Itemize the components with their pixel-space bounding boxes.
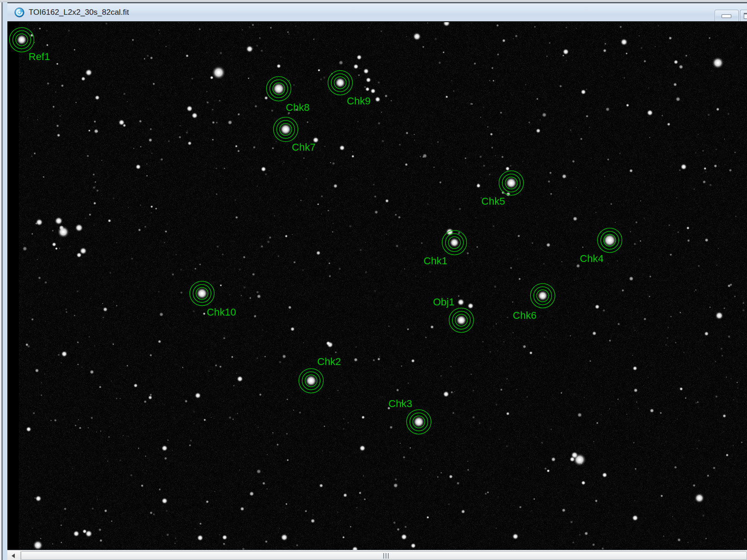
- aperture-ring: [277, 121, 295, 139]
- annotation-label: Chk10: [207, 306, 236, 318]
- scrollbar-grip-icon: [383, 553, 389, 559]
- annotation-label: Chk9: [347, 95, 370, 107]
- aperture-ring: [534, 287, 552, 305]
- annotation-label: Chk1: [423, 255, 447, 267]
- aperture-ring: [448, 237, 460, 249]
- aperture-ring: [16, 34, 28, 46]
- aperture-ring: [334, 77, 346, 89]
- aperture-ring: [305, 375, 317, 387]
- aperture-ring: [502, 174, 520, 192]
- aperture-ring: [273, 83, 285, 95]
- aperture-ring: [442, 231, 467, 255]
- aperture-ring: [13, 31, 31, 49]
- aperture-ring: [196, 287, 208, 299]
- aperture-ring: [302, 372, 320, 390]
- annotation-chk7[interactable]: Chk7: [274, 117, 316, 153]
- maximize-button[interactable]: [740, 10, 747, 23]
- aperture-ring: [505, 177, 517, 189]
- annotation-label: Obj1: [433, 296, 454, 308]
- aperture-ring: [270, 80, 288, 98]
- window-title: TOI6162_L2x2_30s_82cal.fit: [29, 3, 129, 21]
- aperture-ring: [280, 123, 292, 135]
- titlebar[interactable]: TOI6162_L2x2_30s_82cal.fit: [7, 3, 747, 21]
- scrollbar-thumb[interactable]: [21, 551, 747, 560]
- annotation-ref1[interactable]: Ref1: [10, 28, 50, 63]
- annotation-chk2[interactable]: Chk2: [299, 356, 341, 393]
- aperture-ring: [413, 416, 425, 428]
- annotation-label: Chk6: [513, 310, 536, 321]
- maxim-document-icon[interactable]: [14, 7, 24, 18]
- annotation-chk4[interactable]: Chk4: [580, 228, 622, 265]
- minimize-icon: [722, 14, 731, 18]
- annotation-label: Chk5: [481, 195, 505, 207]
- aperture-ring: [267, 77, 291, 101]
- aperture-ring: [274, 117, 298, 142]
- scroll-left-button[interactable]: [7, 551, 21, 560]
- annotation-chk5[interactable]: Chk5: [481, 171, 523, 207]
- annotation-label: Chk8: [286, 102, 309, 113]
- annotation-label: Chk3: [388, 398, 412, 409]
- aperture-ring: [601, 231, 619, 250]
- aperture-ring: [531, 284, 555, 308]
- annotation-label: Ref1: [29, 51, 50, 62]
- annotation-chk8[interactable]: Chk8: [267, 77, 310, 114]
- aperture-ring: [331, 74, 349, 92]
- annotation-chk9[interactable]: Chk9: [328, 71, 371, 107]
- image-viewport: Ref1Chk8Chk9Chk7Chk5Chk1Chk4Obj1Chk6Chk1…: [7, 21, 747, 551]
- aperture-ring: [446, 234, 464, 252]
- annotation-chk6[interactable]: Chk6: [513, 284, 555, 322]
- aperture-ring: [604, 234, 616, 246]
- annotation-chk10[interactable]: Chk10: [190, 281, 236, 318]
- aperture-ring: [407, 410, 431, 434]
- horizontal-scrollbar: [7, 550, 747, 560]
- minimize-button[interactable]: [715, 10, 739, 23]
- aperture-ring: [598, 228, 622, 253]
- aperture-ring: [453, 311, 471, 329]
- annotation-obj1[interactable]: Obj1: [433, 296, 474, 333]
- aperture-ring: [537, 290, 549, 302]
- annotation-chk3[interactable]: Chk3: [388, 398, 431, 434]
- maximize-icon: [744, 13, 747, 19]
- aperture-ring: [328, 71, 353, 95]
- aperture-ring: [299, 369, 324, 393]
- aperture-ring: [410, 413, 428, 431]
- annotation-label: Chk4: [580, 253, 603, 264]
- annotation-overlay: Ref1Chk8Chk9Chk7Chk5Chk1Chk4Obj1Chk6Chk1…: [7, 22, 747, 550]
- aperture-ring: [455, 314, 467, 326]
- left-arrow-icon: [12, 554, 15, 558]
- fits-image-window: TOI6162_L2x2_30s_82cal.fit Ref1Chk8Chk9C…: [0, 0, 747, 560]
- window-frame-left: [0, 2, 7, 560]
- aperture-ring: [10, 28, 34, 52]
- aperture-ring: [449, 308, 474, 333]
- aperture-ring: [190, 281, 214, 306]
- aperture-ring: [193, 285, 211, 303]
- scrollbar-track[interactable]: [21, 551, 747, 560]
- annotation-chk1[interactable]: Chk1: [423, 231, 466, 267]
- annotation-label: Chk7: [292, 141, 315, 153]
- aperture-ring: [499, 171, 524, 195]
- annotation-label: Chk2: [317, 356, 341, 367]
